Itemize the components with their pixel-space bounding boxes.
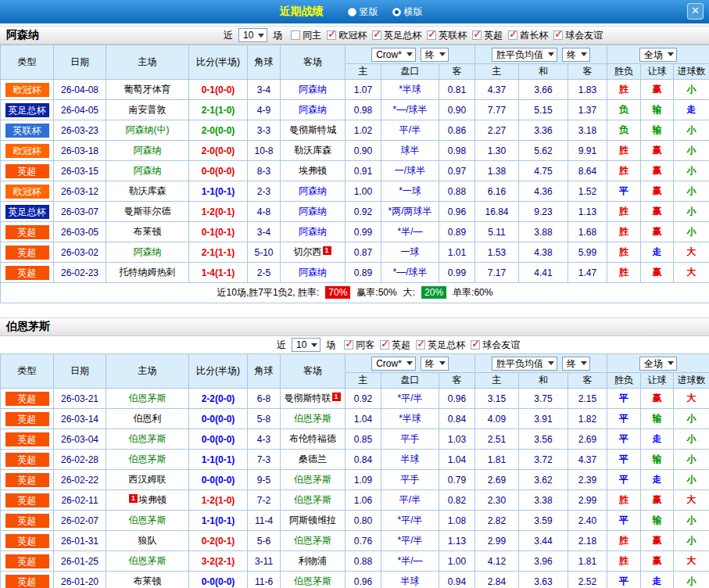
avg-odds-cell: 2.30 — [475, 490, 519, 511]
subcolumn-header-5: 客 — [568, 64, 607, 80]
avg-type-select[interactable]: 胜平负均值 — [492, 48, 557, 62]
handicap-cell: *平/半 — [381, 531, 439, 551]
corner-cell: 3-3 — [248, 120, 281, 141]
table-row: 欧冠杯26-03-18阿森纳2-0(0-0)10-8勒沃库森0.90球半0.98… — [1, 141, 709, 161]
away-team-cell: 阿森纳 — [281, 181, 346, 202]
results-table: 类型日期主场比分(半场)角球客场Crow*终胜平负均值终全场主盘口客主和客胜负让… — [0, 45, 709, 303]
table-row: 英超26-03-02阿森纳2-1(1-1)5-10切尔西10.87一球1.011… — [1, 242, 709, 263]
handicap-cell: *半/— — [381, 222, 439, 242]
corner-cell: 11-6 — [248, 572, 281, 588]
goals-result-cell: 小 — [674, 120, 709, 141]
avg-odds-cell: 3.36 — [519, 120, 568, 141]
odds-cell: 0.80 — [346, 511, 381, 531]
away-team-cell: 利物浦 — [281, 551, 346, 572]
red-card-badge: 1 — [332, 393, 341, 401]
filter-checkbox-3[interactable]: 球会友谊 — [471, 339, 520, 352]
away-team-cell: 伯恩茅斯 — [281, 490, 346, 511]
bookmaker-select[interactable]: Crow* — [371, 48, 416, 62]
date-cell: 26-01-20 — [54, 572, 106, 588]
league-badge: 英超 — [5, 392, 49, 406]
filter-checkbox-4[interactable]: 英超 — [472, 29, 503, 42]
odds-cell: 1.04 — [346, 409, 381, 429]
scope-select[interactable]: 全场 — [639, 357, 677, 371]
date-cell: 26-03-23 — [54, 120, 106, 141]
date-cell: 26-03-07 — [54, 202, 106, 222]
away-team-cell: 埃弗顿 — [281, 161, 346, 181]
filter-checkbox-3[interactable]: 英联杯 — [427, 29, 467, 42]
away-team-cell: 伯恩茅斯 — [281, 572, 346, 588]
layout-horizontal-radio[interactable]: 横版 — [392, 5, 423, 19]
avg-stage-select[interactable]: 终 — [562, 357, 590, 371]
odds-stage-select[interactable]: 终 — [421, 48, 449, 62]
odds-stage-select[interactable]: 终 — [421, 357, 449, 371]
odds-cell: 0.85 — [346, 429, 381, 450]
avg-type-select[interactable]: 胜平负均值 — [492, 357, 557, 371]
subcolumn-header-6: 胜负 — [607, 373, 641, 389]
score-cell: 1-2(1-0) — [189, 490, 248, 511]
avg-odds-cell: 3.62 — [519, 470, 568, 490]
avg-odds-cell: 2.99 — [568, 490, 607, 511]
winloss-cell: 胜 — [607, 551, 641, 572]
league-cell: 英超 — [1, 511, 54, 531]
summary-stat-badge: 70% — [325, 286, 350, 299]
home-team-cell: 西汉姆联 — [106, 470, 189, 490]
away-team-name: 伯恩茅斯 — [294, 575, 331, 586]
close-icon[interactable]: ✕ — [687, 3, 704, 20]
date-cell: 26-03-12 — [54, 181, 106, 202]
corner-cell: 5-8 — [248, 409, 281, 429]
handicap-cell: *—/球半 — [381, 263, 439, 283]
avg-odds-cell: 5.15 — [519, 100, 568, 120]
winloss-cell: 胜 — [607, 80, 641, 100]
date-cell: 26-04-08 — [54, 80, 106, 100]
filter-checkbox-2[interactable]: 英足总杯 — [416, 339, 465, 352]
goals-result-cell: 小 — [674, 429, 709, 450]
winloss-cell: 胜 — [607, 222, 641, 242]
layout-vertical-radio[interactable]: 竖版 — [348, 5, 378, 19]
bookmaker-select[interactable]: Crow* — [371, 357, 416, 371]
date-cell: 26-02-11 — [54, 490, 106, 511]
avg-odds-cell: 4.09 — [475, 409, 519, 429]
away-team-name: 阿森纳 — [299, 206, 327, 217]
avg-odds-cell: 6.16 — [475, 181, 519, 202]
away-team-cell: 伯恩茅斯 — [281, 409, 346, 429]
avg-odds-cell: 2.51 — [475, 429, 519, 450]
winloss-cell: 平 — [607, 181, 641, 202]
filter-checkbox-2[interactable]: 英足总杯 — [372, 29, 421, 42]
recent-count-select[interactable]: 10 — [292, 338, 320, 352]
odds-cell: 0.94 — [439, 572, 475, 588]
league-cell: 英超 — [1, 429, 54, 450]
avg-odds-cell: 4.75 — [519, 161, 568, 181]
handicap-result-cell: 走 — [641, 470, 674, 490]
handicap-cell: *半/— — [381, 551, 439, 572]
odds-cell: 0.88 — [346, 551, 381, 572]
league-badge: 英超 — [5, 225, 49, 239]
avg-odds-cell: 2.69 — [475, 470, 519, 490]
goals-result-cell: 大 — [674, 389, 709, 409]
filter-checkbox-5[interactable]: 酋长杯 — [508, 29, 548, 42]
subcolumn-header-7: 让球 — [641, 373, 674, 389]
away-team-name: 阿森纳 — [299, 226, 327, 237]
league-badge: 英超 — [5, 246, 49, 260]
checkbox-checked-icon — [344, 340, 353, 350]
goals-result-cell: 小 — [674, 141, 709, 161]
checkbox-checked-icon — [471, 340, 480, 350]
recent-count-select[interactable]: 10 — [238, 28, 267, 42]
league-cell: 英超 — [1, 263, 54, 283]
scope-select[interactable]: 全场 — [639, 48, 677, 62]
filter-checkbox-0[interactable]: 同客 — [344, 339, 374, 352]
avg-stage-select[interactable]: 终 — [562, 48, 590, 62]
filter-checkbox-1[interactable]: 英超 — [380, 339, 410, 352]
filter-option-label: 酋长杯 — [520, 29, 548, 42]
avg-odds-cell: 7.17 — [475, 263, 519, 283]
odds-cell: 0.79 — [439, 470, 475, 490]
filter-checkbox-0[interactable]: 同主 — [291, 29, 321, 42]
table-row: 英超26-02-111埃弗顿1-2(1-0)7-2伯恩茅斯1.06平/半0.82… — [1, 490, 709, 511]
summary-cell: 近10场,胜7平1负2, 胜率:70%赢率:50%大:20%单率:60% — [1, 283, 709, 303]
league-cell: 英超 — [1, 242, 54, 263]
corner-cell: 3-4 — [248, 80, 281, 100]
filter-checkbox-6[interactable]: 球会友谊 — [553, 29, 603, 42]
league-badge: 英超 — [5, 575, 49, 588]
avg-odds-cell: 1.37 — [568, 100, 607, 120]
red-card-badge: 1 — [129, 494, 138, 503]
filter-checkbox-1[interactable]: 欧冠杯 — [327, 29, 367, 42]
